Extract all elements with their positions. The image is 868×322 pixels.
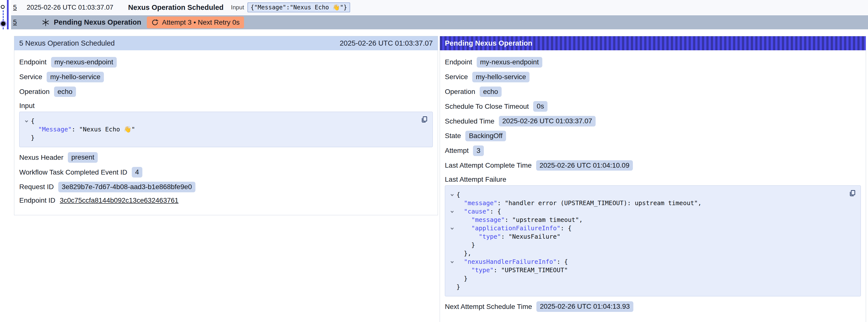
endpoint-id-link[interactable]: 3c0c75ccfa8144b092c13ce632463761 [60,196,178,204]
json-key: "Message" [38,125,71,134]
scheduled-panel-timestamp: 2025-02-26 UTC 01:03:37.07 [340,39,433,47]
field-label: Service [445,73,468,81]
code-gutter [447,258,457,266]
code-gutter [447,207,457,216]
json-text [457,266,471,275]
field-label: Workflow Task Completed Event ID [19,168,127,176]
field-value-badge: my-hello-service [46,72,104,82]
field-value-badge: my-nexus-endpoint [51,57,117,68]
json-key: "nexusHandlerFailureInfo" [464,258,557,266]
field-label: Service [19,73,42,81]
field-value-badge: present [68,152,98,163]
field-value-badge: BackingOff [465,131,506,141]
code-gutter [447,216,457,224]
field-label: State [445,132,461,140]
field-label: Attempt [445,147,469,155]
code-gutter [447,232,457,241]
json-text [457,216,471,224]
event-id-link[interactable]: 5 [13,4,17,11]
field-label: Endpoint [19,58,46,66]
attempt-retry-badge: Attempt 3 • Next Retry 0s [147,17,244,28]
code-gutter [447,275,457,283]
collapse-chevron-icon[interactable] [451,227,454,230]
code-gutter [22,134,31,142]
field-service: Service my-hello-service [19,72,433,82]
field-label: Request ID [19,183,54,191]
scheduled-panel-title: 5 Nexus Operation Scheduled [19,39,115,47]
json-text: : "NexusFailure" [501,232,561,241]
pending-panel-header: Pending Nexus Operation [440,36,866,50]
retry-icon [151,19,159,26]
collapse-chevron-icon[interactable] [451,260,454,263]
field-operation: Operation echo [19,87,433,97]
copy-icon [421,116,429,123]
field-endpoint-id: Endpoint ID 3c0c75ccfa8144b092c13ce63246… [19,196,433,204]
field-label: Endpoint [445,58,472,66]
json-key: "cause" [464,207,490,216]
field-value-badge: 2025-02-26 UTC 01:04:13.93 [536,301,633,312]
attempt-badge-text: Attempt 3 • Next Retry 0s [162,19,240,26]
field-label: Schedule To Close Timeout [445,103,529,110]
field-label: Operation [19,88,50,96]
json-text: : { [490,207,501,216]
copy-button[interactable] [849,189,857,198]
pending-event-row[interactable]: 5 Pending Nexus Operation Attempt 3 • Ne… [11,15,868,29]
json-key: "type" [479,232,501,241]
event-title: Nexus Operation Scheduled [128,3,223,11]
collapse-chevron-icon[interactable] [451,210,454,213]
field-schedule-to-close-timeout: Schedule To Close Timeout 0s [445,101,861,112]
json-text: { [457,191,460,199]
failure-code-block: { "message": "handler error (UPSTREAM_TI… [445,185,861,296]
field-scheduled-time: Scheduled Time 2025-02-26 UTC 01:03:37.0… [445,116,861,127]
input-code-block: { "Message": "Nexus Echo 👋"} [19,112,433,147]
field-value-badge: echo [54,87,76,97]
pending-event-id-link[interactable]: 5 [13,19,17,26]
pending-panel-title: Pending Nexus Operation [445,39,532,47]
field-value-badge: 3 [473,146,484,156]
json-key: "applicationFailureInfo" [471,224,560,232]
json-text: : "upstream timeout", [505,216,583,224]
json-text: : "handler error (UPSTREAM_TIMEOUT): ups… [497,199,702,207]
collapse-chevron-icon[interactable] [25,119,28,123]
field-label: Next Attempt Schedule Time [445,303,532,311]
pending-dot-icon [1,22,5,26]
field-service: Service my-hello-service [445,72,861,82]
field-value-badge: my-hello-service [472,72,529,82]
field-value-badge: my-nexus-endpoint [477,57,542,68]
code-gutter [447,224,457,232]
json-text: : "Nexus Echo 👋" [72,125,135,134]
json-text: { [31,117,35,125]
json-text [457,224,471,232]
json-text: } [457,283,460,291]
field-value-badge: 2025-02-26 UTC 01:03:37.07 [499,116,596,127]
json-key: "type" [471,266,493,275]
event-row-scheduled[interactable]: 5 2025-02-26 UTC 01:03:37.07 Nexus Opera… [11,0,868,15]
field-label: Endpoint ID [19,196,55,204]
pending-panel: Pending Nexus Operation Endpoint my-nexu… [440,36,866,322]
timeline-dashed-line [3,10,4,29]
json-text: }, [457,249,471,258]
json-key: "message" [464,199,497,207]
pending-title: Pending Nexus Operation [54,18,142,26]
json-text: } [31,134,35,142]
scheduled-panel-body: Endpoint my-nexus-endpoint Service my-he… [14,50,438,215]
field-value-badge: 4 [132,167,143,178]
json-text [457,258,464,266]
code-gutter [22,117,31,125]
json-text [31,125,38,134]
copy-button[interactable] [421,116,429,124]
field-attempt: Attempt 3 [445,146,861,156]
json-text: : { [557,258,568,266]
scheduled-panel: 5 Nexus Operation Scheduled 2025-02-26 U… [14,36,438,215]
copy-icon [849,189,857,197]
collapse-chevron-icon[interactable] [451,193,454,196]
field-label: Scheduled Time [445,117,494,125]
field-next-attempt-schedule-time: Next Attempt Schedule Time 2025-02-26 UT… [445,301,861,312]
field-state: State BackingOff [445,131,861,141]
last-attempt-failure-label: Last Attempt Failure [445,175,861,184]
asterisk-icon [41,18,50,27]
field-operation: Operation echo [445,87,861,97]
field-value-badge: echo [479,87,502,97]
field-label: Last Attempt Complete Time [445,161,532,169]
code-gutter [447,266,457,275]
